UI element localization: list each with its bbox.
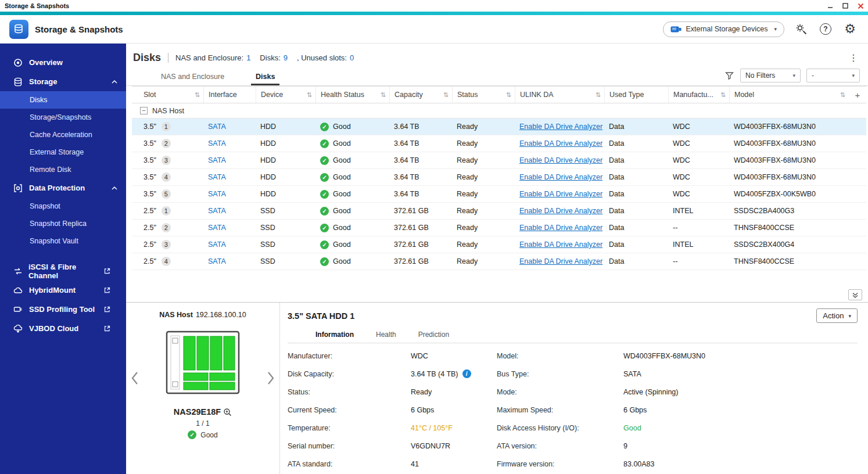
sidebar-item-storage[interactable]: Storage (0, 72, 126, 91)
nas-name: NAS29E18F (174, 407, 221, 416)
interface-cell[interactable]: SATA (203, 135, 256, 152)
enable-da-drive-analyzer-link[interactable]: Enable DA Drive Analyzer (519, 207, 602, 215)
capacity-cell: 3.64 TB (389, 119, 452, 135)
enable-da-drive-analyzer-link[interactable]: Enable DA Drive Analyzer (519, 139, 602, 148)
enable-da-drive-analyzer-link[interactable]: Enable DA Drive Analyzer (519, 173, 602, 181)
disk-row[interactable]: 2.5" 4 SATA SSD ✓ Good 372.61 GB Ready E… (132, 253, 866, 270)
interface-cell[interactable]: SATA (203, 119, 256, 135)
sidebar-item-data-protection[interactable]: Data Protection (0, 178, 126, 198)
sidebar-item-cache-acceleration[interactable]: Cache Acceleration (0, 126, 126, 143)
column-header-model[interactable]: Model⇅ (729, 87, 849, 103)
interface-cell[interactable]: SATA (203, 169, 256, 185)
settings-button[interactable]: ⚙ (842, 21, 858, 37)
tab-disks[interactable]: Disks (251, 67, 279, 85)
help-button[interactable]: ? (818, 21, 833, 37)
more-options-button[interactable]: ⋮ (847, 52, 860, 63)
enable-da-drive-analyzer-link[interactable]: Enable DA Drive Analyzer (519, 156, 602, 164)
sidebar-item-iscsi-fibre-channel[interactable]: iSCSI & Fibre Channel (0, 261, 126, 281)
sidebar-item-snapshot[interactable]: Snapshot (0, 198, 126, 215)
column-header-status[interactable]: Status⇅ (452, 87, 515, 103)
sidebar-item-vjbod-cloud[interactable]: VJBOD Cloud (0, 319, 126, 338)
sort-icon[interactable]: ⇅ (506, 91, 511, 99)
secondary-select[interactable]: - ▾ (806, 69, 860, 82)
status-cell: Ready (452, 203, 515, 219)
column-header-ulink-da[interactable]: ULINK DA⇅ (515, 87, 604, 103)
sidebar-item-snapshot-vault[interactable]: Snapshot Vault (0, 232, 126, 250)
enable-da-drive-analyzer-link[interactable]: Enable DA Drive Analyzer (519, 224, 602, 232)
disk-row[interactable]: 3.5" 5 SATA HDD ✓ Good 3.64 TB Ready Ena… (132, 186, 866, 203)
nas-panel: NAS Host192.168.100.10 (126, 303, 279, 474)
sort-icon[interactable]: ⇅ (840, 91, 845, 99)
column-header-slot[interactable]: Slot⇅ (132, 87, 203, 103)
interface-cell[interactable]: SATA (203, 203, 256, 219)
column-header-capacity[interactable]: Capacity⇅ (389, 87, 452, 103)
sort-icon[interactable]: ⇅ (720, 91, 726, 99)
disk-row[interactable]: 2.5" 2 SATA SSD ✓ Good 372.61 GB Ready E… (132, 220, 866, 236)
column-header-health-status[interactable]: Health Status⇅ (315, 87, 389, 103)
collapse-group-icon[interactable]: − (140, 107, 148, 114)
enclosure-pager: 1 / 1 (196, 419, 209, 428)
model-cell: WD4005FZBX-00K5WB0 (729, 186, 849, 202)
sidebar-item-external-storage[interactable]: External Storage (0, 143, 126, 161)
info-icon[interactable]: i (462, 369, 471, 378)
enable-da-drive-analyzer-link[interactable]: Enable DA Drive Analyzer (519, 123, 602, 131)
external-storage-devices-button[interactable]: External Storage Devices ▾ (663, 21, 784, 37)
sidebar-item-disks[interactable]: Disks (0, 91, 126, 109)
sidebar-item-remote-disk[interactable]: Remote Disk (0, 161, 126, 178)
column-header-interface[interactable]: Interface (203, 87, 256, 103)
interface-cell[interactable]: SATA (203, 236, 256, 253)
disk-row[interactable]: 3.5" 1 SATA HDD ✓ Good 3.64 TB Ready Ena… (132, 119, 866, 135)
next-enclosure-button[interactable] (267, 371, 275, 387)
minimize-button[interactable] (823, 1, 838, 11)
enable-da-drive-analyzer-link[interactable]: Enable DA Drive Analyzer (519, 257, 602, 265)
disk-row[interactable]: 3.5" 4 SATA HDD ✓ Good 3.64 TB Ready Ena… (132, 169, 866, 186)
filter-icon[interactable] (724, 71, 734, 81)
ssd-icon (13, 306, 24, 313)
column-header-used-type[interactable]: Used Type (604, 87, 668, 103)
zoom-in-icon[interactable] (223, 408, 232, 416)
sort-icon[interactable]: ⇅ (307, 91, 312, 99)
sort-icon[interactable]: ⇅ (443, 91, 449, 99)
health-cell: ✓ Good (315, 220, 389, 236)
sidebar-item-ssd-profiling-tool[interactable]: SSD Profiling Tool (0, 300, 126, 319)
add-column-button[interactable]: + (849, 87, 866, 103)
group-row-nas-host[interactable]: − NAS Host (132, 103, 866, 119)
tab-nas-and-enclosure[interactable]: NAS and Enclosure (156, 67, 229, 85)
previous-enclosure-button[interactable] (131, 371, 138, 387)
interface-cell[interactable]: SATA (203, 220, 256, 236)
interface-cell[interactable]: SATA (203, 253, 256, 270)
global-settings-button[interactable] (794, 21, 809, 37)
sidebar-item-snapshot-replica[interactable]: Snapshot Replica (0, 215, 126, 232)
detail-tab-health[interactable]: Health (376, 331, 396, 343)
detail-tab-information[interactable]: Information (315, 331, 354, 343)
enable-da-drive-analyzer-link[interactable]: Enable DA Drive Analyzer (519, 190, 602, 198)
disk-row[interactable]: 2.5" 1 SATA SSD ✓ Good 372.61 GB Ready E… (132, 203, 866, 220)
column-header-device[interactable]: Device⇅ (256, 87, 315, 103)
health-good-icon: ✓ (320, 190, 329, 199)
status-cell: Ready (452, 135, 515, 152)
health-cell: ✓ Good (315, 203, 389, 219)
disk-row[interactable]: 2.5" 3 SATA SSD ✓ Good 372.61 GB Ready E… (132, 236, 866, 253)
sort-icon[interactable]: ⇅ (195, 91, 200, 99)
nas-illustration[interactable] (166, 331, 240, 394)
sidebar-item-hybridmount[interactable]: HybridMount (0, 281, 126, 300)
action-button[interactable]: Action ▾ (816, 308, 858, 323)
interface-cell[interactable]: SATA (203, 186, 256, 202)
sidebar-item-storage-snapshots[interactable]: Storage/Snapshots (0, 109, 126, 126)
sort-icon[interactable]: ⇅ (596, 91, 601, 99)
detail-tab-prediction[interactable]: Prediction (418, 331, 449, 343)
interface-cell[interactable]: SATA (203, 152, 256, 168)
storage-icon (13, 77, 24, 87)
close-button[interactable] (853, 1, 868, 11)
sort-icon[interactable]: ⇅ (381, 91, 386, 99)
disk-row[interactable]: 3.5" 3 SATA HDD ✓ Good 3.64 TB Ready Ena… (132, 152, 866, 169)
column-header-manufactu[interactable]: Manufactu...⇅ (668, 87, 729, 103)
detail-row: Manufacturer:WDCModel:WD4003FFBX-68MU3N0 (288, 347, 858, 365)
disk-row[interactable]: 3.5" 2 SATA HDD ✓ Good 3.64 TB Ready Ena… (132, 135, 866, 152)
filter-select[interactable]: No Filters ▾ (740, 69, 801, 82)
enable-da-drive-analyzer-link[interactable]: Enable DA Drive Analyzer (519, 240, 602, 249)
collapse-panel-button[interactable] (848, 289, 862, 300)
slot-cell: 2.5" 2 (132, 220, 203, 236)
maximize-button[interactable] (838, 1, 853, 11)
sidebar-item-overview[interactable]: Overview (0, 53, 126, 72)
